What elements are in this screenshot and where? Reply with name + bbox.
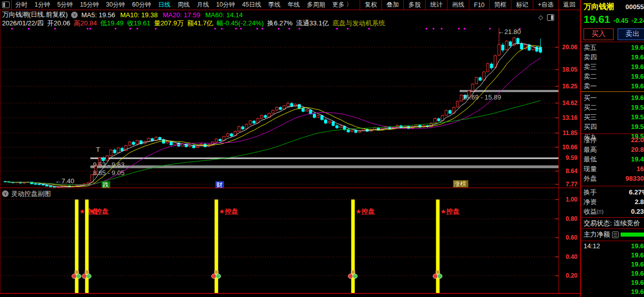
day-value: 幅-0.45(-2.24%) bbox=[217, 19, 264, 28]
menubar: 分时1分钟5分钟15分钟30分钟60分钟日线周线月线10分钟45日线季线年线多周… bbox=[0, 0, 580, 10]
toolbar-复权[interactable]: 复权 bbox=[360, 0, 381, 10]
chart-corner-icons: ◇ bbox=[538, 14, 559, 21]
toolbar-多股[interactable]: 多股 bbox=[403, 0, 425, 10]
divider bbox=[581, 241, 644, 241]
sell-button[interactable]: 卖出 bbox=[618, 28, 644, 40]
control-signal-label: ★控盘 bbox=[440, 208, 460, 215]
row-value: 19.58 bbox=[631, 113, 644, 121]
signal-dot bbox=[299, 28, 300, 29]
toolbar-画线[interactable]: 画线 bbox=[447, 0, 469, 10]
tick-row: 19.62 bbox=[581, 279, 644, 288]
row-value: 22.07 bbox=[631, 136, 644, 144]
signal-ball-red bbox=[212, 274, 216, 279]
event-marker[interactable]: 涨榜 bbox=[454, 180, 466, 187]
tick-row: 19.61 bbox=[581, 288, 644, 297]
chevron-down-icon[interactable]: ∨ bbox=[2, 190, 9, 197]
row-label: 卖五 bbox=[584, 43, 597, 52]
signal-dot bbox=[458, 28, 460, 29]
quote-row: 净资2.84 bbox=[581, 197, 644, 207]
quote-row: 现量166 bbox=[581, 164, 644, 174]
row-label: 涨停 bbox=[584, 136, 597, 145]
timeframe-12[interactable]: 季线 bbox=[265, 1, 284, 9]
event-marker[interactable]: 财 bbox=[216, 181, 222, 188]
toolbar-F10[interactable]: F10 bbox=[469, 0, 489, 10]
signal-dot bbox=[235, 28, 237, 29]
row-value: 19.60 bbox=[631, 94, 644, 102]
quote-row: 买四19.57 bbox=[581, 122, 644, 131]
last-price: 19.61 bbox=[584, 13, 610, 25]
timeframe-6[interactable]: 60分钟 bbox=[128, 1, 154, 9]
mid-divider bbox=[581, 91, 644, 92]
zone-label: 8.85 - 9.05 bbox=[93, 169, 124, 177]
timeframe-14[interactable]: 多周期 bbox=[303, 1, 329, 9]
timeframe-4[interactable]: 15分钟 bbox=[76, 1, 102, 9]
timeframe-15[interactable]: 更多 〉 bbox=[329, 1, 356, 9]
signal-dot bbox=[489, 28, 491, 29]
quote-row: 卖一19.61 bbox=[581, 81, 644, 91]
ma-value: MA20: 17.59 bbox=[163, 11, 201, 19]
timeframe-1[interactable]: 分时 bbox=[12, 1, 31, 9]
toolbar-简框[interactable]: 简框 bbox=[489, 0, 511, 10]
price-zone-band bbox=[90, 157, 559, 159]
signal-dot bbox=[519, 28, 521, 29]
trade-status: 交易状态: 连续竞价 bbox=[581, 219, 644, 227]
row-value: 19.59 bbox=[631, 104, 644, 111]
ma-values: MA5: 19.56MA10: 19.38MA20: 17.59MA60: 14… bbox=[81, 11, 243, 19]
toolbar-返回[interactable]: 返回 bbox=[558, 0, 580, 10]
signal-ball-green bbox=[87, 274, 91, 279]
timeframe-2[interactable]: 1分钟 bbox=[31, 1, 54, 9]
signal-ball-green bbox=[438, 274, 442, 279]
signal-dot bbox=[433, 28, 434, 29]
chart-title: 万向钱潮(日线.前复权) bbox=[2, 10, 68, 19]
subchart-title: 灵动控盘副图 bbox=[11, 189, 51, 199]
control-signal-bar bbox=[215, 200, 218, 293]
layout-icon[interactable] bbox=[0, 0, 12, 10]
toolbar-+自选[interactable]: +自选 bbox=[533, 0, 558, 10]
signal-dot bbox=[89, 28, 91, 29]
row-label: 收益㈢ bbox=[584, 207, 603, 216]
signal-ball-green bbox=[77, 274, 81, 279]
toolbar-标记[interactable]: 标记 bbox=[511, 0, 533, 10]
toolbar-叠加[interactable]: 叠加 bbox=[381, 0, 403, 10]
timeframe-11[interactable]: 45日线 bbox=[239, 1, 265, 9]
zone-label: 15.69 - 15.89 bbox=[462, 93, 501, 101]
tick-price: 19.62 bbox=[631, 279, 644, 288]
row-label: 卖二 bbox=[584, 72, 597, 81]
buy-button[interactable]: 买入 bbox=[584, 28, 614, 40]
timeframe-8[interactable]: 周线 bbox=[174, 1, 193, 9]
stock-code: 000559 bbox=[626, 3, 644, 11]
signal-dot bbox=[288, 28, 290, 29]
detail-list-icon[interactable] bbox=[612, 232, 619, 238]
tick-row: 19.61 bbox=[581, 270, 644, 279]
quote-row: 涨停22.07 bbox=[581, 135, 644, 145]
timeframe-3[interactable]: 5分钟 bbox=[54, 1, 77, 9]
row-value: 20.84 bbox=[631, 146, 644, 153]
timeframe-9[interactable]: 月线 bbox=[193, 1, 212, 9]
panel-toggle-icon[interactable] bbox=[547, 14, 554, 21]
timeframe-5[interactable]: 30分钟 bbox=[103, 1, 128, 9]
row-value: 2.84 bbox=[635, 198, 644, 206]
ma-value: MA5: 19.56 bbox=[81, 11, 115, 19]
signal-dot bbox=[115, 28, 116, 29]
price-axis-label: 20.06 bbox=[562, 44, 577, 51]
timeframe-13[interactable]: 年线 bbox=[284, 1, 303, 9]
event-marker[interactable]: 跌 bbox=[103, 181, 109, 188]
divider bbox=[581, 217, 644, 218]
signal-ball-red bbox=[72, 274, 77, 279]
signal-dot bbox=[28, 28, 29, 29]
tick-price: 19.61 bbox=[631, 288, 644, 297]
chevron-down-icon[interactable]: ∨ bbox=[71, 12, 78, 18]
diamond-icon[interactable]: ◇ bbox=[538, 14, 543, 21]
day-value: 高20.84 bbox=[74, 19, 97, 28]
day-value: 2026/01/22/四 bbox=[2, 19, 44, 28]
timeframe-7[interactable]: 日线 bbox=[154, 1, 174, 9]
row-label: 买二 bbox=[584, 103, 597, 112]
signal-dot bbox=[54, 28, 56, 29]
signal-dot bbox=[347, 28, 348, 29]
row-value: 19.64 bbox=[631, 53, 644, 61]
row-value: 19.61 bbox=[631, 82, 644, 90]
signal-dot bbox=[336, 28, 338, 29]
toolbar-统计[interactable]: 统计 bbox=[425, 0, 447, 10]
timeframe-10[interactable]: 10分钟 bbox=[212, 1, 238, 9]
quote-row: 卖三19.63 bbox=[581, 62, 644, 72]
